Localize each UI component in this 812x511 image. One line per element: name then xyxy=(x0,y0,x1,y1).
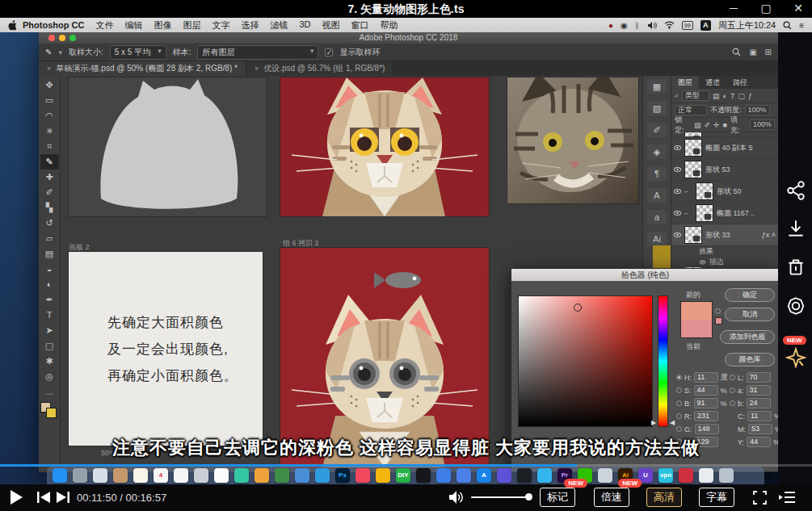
menu-文字[interactable]: 文字 xyxy=(212,19,229,31)
sample-source-dropdown[interactable]: 所有图层▾ xyxy=(197,45,318,60)
reference-cat-photo[interactable] xyxy=(507,77,638,203)
layer-name[interactable]: 形状 33 xyxy=(705,230,730,241)
layer-visibility-eye-icon[interactable] xyxy=(674,189,681,194)
layer-visibility-eye-icon[interactable] xyxy=(674,167,681,172)
layer-effects-row[interactable]: 效果 xyxy=(671,246,778,257)
gradient-tool[interactable]: ▤ xyxy=(40,246,59,262)
menu-选择[interactable]: 选择 xyxy=(241,19,259,31)
layer-row[interactable]: 形状 33ƒx ˄ xyxy=(671,224,778,246)
layer-row[interactable]: 形状 53 xyxy=(671,159,778,181)
calendar-dock-icon[interactable]: 4 xyxy=(154,468,168,483)
paths-panel-tab[interactable]: 路径 xyxy=(726,76,754,89)
color-value-input[interactable]: 231 xyxy=(694,411,718,421)
diy-dock-icon[interactable]: DIY xyxy=(396,468,410,483)
volume-status-icon[interactable] xyxy=(647,21,657,30)
minimize-window-icon[interactable]: ─ xyxy=(723,0,744,18)
volume-knob[interactable] xyxy=(525,493,532,501)
pixel-filter-icon[interactable]: ▤ xyxy=(713,92,720,100)
ps-search-icon[interactable] xyxy=(732,48,741,57)
hue-slider[interactable] xyxy=(658,295,668,427)
type-tool[interactable]: T xyxy=(40,308,59,323)
eraser-tool[interactable]: ▱ xyxy=(40,231,59,246)
facetime-dock-icon[interactable] xyxy=(537,468,552,483)
minimize-traffic-light[interactable] xyxy=(59,35,65,41)
move-tool[interactable]: ✥ xyxy=(40,77,59,93)
layer-row[interactable]: 椭圆 40 副本 5 xyxy=(671,137,778,159)
volume-slider[interactable] xyxy=(471,496,529,498)
layer-stroke-effect-row[interactable]: 描边 xyxy=(671,257,778,267)
lock-transparency-icon[interactable]: ▨ xyxy=(694,121,701,129)
previous-episode-button[interactable] xyxy=(37,492,50,503)
music-dock-icon[interactable] xyxy=(356,468,370,483)
close-window-icon[interactable]: ✕ xyxy=(788,0,809,18)
preview-dock-icon[interactable] xyxy=(93,468,107,483)
download-action-icon[interactable] xyxy=(785,218,806,239)
arrange-documents-icon[interactable]: ▣ xyxy=(749,48,756,57)
filter-search-icon[interactable]: ⌕ xyxy=(675,91,679,100)
opacity-value[interactable]: 100% xyxy=(745,105,770,115)
maximize-traffic-light[interactable] xyxy=(69,35,76,41)
menubar-clock[interactable]: 周五上午10:24 xyxy=(718,19,776,31)
folder-dock-icon[interactable] xyxy=(113,468,128,483)
lock-paint-icon[interactable]: ✐ xyxy=(704,121,710,129)
pages-dock-icon[interactable] xyxy=(255,468,269,483)
color-mode-radio[interactable] xyxy=(676,426,682,432)
fullscreen-button[interactable] xyxy=(753,491,767,505)
color-libraries-button[interactable]: 颜色库 xyxy=(725,353,775,366)
rectangle-tool[interactable]: ▢ xyxy=(40,338,59,354)
layer-visibility-eye-icon[interactable] xyxy=(674,211,681,216)
speed-button[interactable]: 倍速 NEW xyxy=(594,488,629,507)
kugou-dock-icon[interactable] xyxy=(456,468,471,483)
photos-dock-icon[interactable] xyxy=(214,468,229,483)
color-mode-radio[interactable] xyxy=(730,387,735,393)
creative-cloud-dock-icon[interactable] xyxy=(679,468,693,483)
artboard-silhouette[interactable] xyxy=(69,77,267,216)
close-tab-icon[interactable]: × xyxy=(255,65,259,73)
menu-图像[interactable]: 图像 xyxy=(154,19,171,31)
eyedropper-tool-icon[interactable]: ✎ xyxy=(45,48,52,57)
artboard-cat-yellow-eyes[interactable] xyxy=(280,77,489,216)
glyphs-panel-icon[interactable]: a xyxy=(647,210,667,224)
favorite-action-icon[interactable] xyxy=(785,347,806,368)
play-button[interactable] xyxy=(10,490,23,505)
app-store-dock-icon[interactable]: A xyxy=(477,468,491,483)
menu-编辑[interactable]: 编辑 xyxy=(124,19,142,31)
filter-type-dropdown[interactable]: 类型 xyxy=(682,90,709,101)
launchpad-dock-icon[interactable] xyxy=(73,468,87,483)
layer-name[interactable]: 形状 50 xyxy=(717,186,742,197)
layer-row[interactable]: ⌐形状 50 xyxy=(671,181,778,203)
clone-stamp-tool[interactable]: ▚ xyxy=(40,200,59,216)
layer-name[interactable]: 椭圆 40 副本 5 xyxy=(705,143,753,153)
layer-visibility-eye-icon[interactable] xyxy=(674,145,681,150)
battery-icon[interactable]: 99 xyxy=(682,21,693,30)
type-filter-icon[interactable]: T xyxy=(730,92,735,100)
artboard-cat-gray-eyes[interactable] xyxy=(280,248,489,467)
color-field[interactable] xyxy=(518,295,653,427)
apple-menu-icon[interactable] xyxy=(8,20,17,31)
edit-toolbar-tool[interactable]: … xyxy=(40,384,59,400)
color-mode-radio[interactable] xyxy=(730,400,735,406)
color-value-input[interactable]: 148 xyxy=(695,424,719,434)
add-to-swatches-button[interactable]: 添加到色板 xyxy=(720,330,775,344)
lock-position-icon[interactable]: ✛ xyxy=(713,121,720,129)
ps-window-titlebar[interactable]: Adobe Photoshop CC 2018 xyxy=(39,32,778,44)
pen-tool[interactable]: ✒ xyxy=(40,292,59,308)
adjustment-filter-icon[interactable]: ◐ xyxy=(723,92,727,100)
numbers-dock-icon[interactable] xyxy=(275,468,289,483)
layer-name[interactable]: 椭圆 1167 .. xyxy=(717,208,755,219)
brush-settings-panel-icon[interactable]: ✐ xyxy=(647,123,667,137)
blur-tool[interactable]: ◒ xyxy=(40,262,59,277)
quick-selection-tool[interactable]: ✳ xyxy=(40,124,59,139)
menu-3D[interactable]: 3D xyxy=(299,19,310,31)
path-selection-tool[interactable]: ➤ xyxy=(40,323,59,338)
document-tab-active[interactable]: × 草稿演示-猫.psd @ 50% (椭圆 28 副本 2, RGB/8) * xyxy=(39,61,246,76)
spot-healing-tool[interactable]: ✚ xyxy=(40,170,59,185)
history-brush-tool[interactable]: ↺ xyxy=(40,216,59,231)
color-mode-radio[interactable] xyxy=(676,387,682,393)
color-value-input[interactable]: 70 xyxy=(747,372,771,383)
wifi-icon[interactable] xyxy=(664,21,675,29)
bluetooth-icon[interactable]: ᛒ xyxy=(635,21,640,30)
color-mode-radio[interactable] xyxy=(676,400,682,406)
itunes-alt-dock-icon[interactable] xyxy=(699,468,713,483)
screen-record-icon[interactable]: ● xyxy=(608,21,613,30)
